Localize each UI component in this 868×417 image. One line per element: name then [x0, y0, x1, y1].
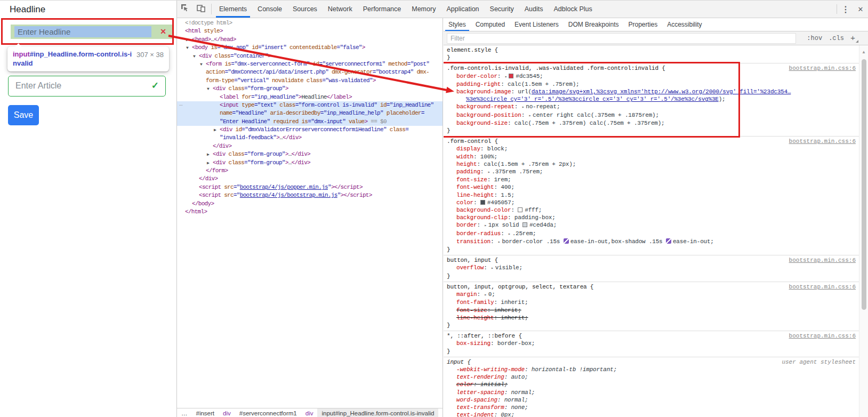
css-property-line[interactable]: height: calc(1.5em + .75rem + 2px); — [444, 161, 859, 168]
bezier-curve-icon[interactable] — [666, 238, 671, 244]
sidebar-tab-event-listeners[interactable]: Event Listeners — [510, 18, 564, 31]
expand-value-icon[interactable]: ▸ — [484, 292, 488, 297]
scrollbar-thumb[interactable] — [862, 59, 866, 310]
css-property-line[interactable]: -webkit-writing-mode: horizontal-tb !imp… — [444, 366, 859, 373]
dom-tree-node[interactable]: ▼<div class="form-group"> — [177, 85, 443, 93]
resource-link[interactable]: bootstrap/4/js/popper.min.js — [240, 184, 328, 190]
css-property-line[interactable]: line-height: 1.5; — [444, 191, 859, 199]
expand-value-icon[interactable]: ▸ — [504, 74, 509, 79]
css-selector[interactable]: *, ::after, ::before { — [447, 332, 522, 340]
data-uri-link[interactable]: data:image/svg+xml,%3csvg xmlns='http://… — [532, 89, 791, 95]
breadcrumb-[interactable]: … — [177, 408, 192, 417]
toggle-device-toolbar-button[interactable] — [193, 1, 209, 18]
dom-tree-node[interactable]: ▶<div id="dmxValidatorErrorserverconnect… — [177, 126, 443, 134]
dom-tree-node[interactable]: …<input type="text" class="form-control … — [177, 101, 443, 109]
css-selector[interactable]: element.style { — [447, 46, 498, 54]
sidebar-tab-computed[interactable]: Computed — [471, 18, 510, 31]
css-property-line[interactable]: line-height: inherit; — [444, 314, 859, 322]
css-property-line[interactable]: box-sizing: border-box; — [444, 340, 859, 347]
css-property-line[interactable]: font-size: inherit; — [444, 307, 859, 314]
color-swatch[interactable] — [480, 200, 485, 205]
article-input[interactable]: Enter Article ✓ — [8, 76, 166, 97]
tab-memory[interactable]: Memory — [406, 1, 441, 18]
tab-sources[interactable]: Sources — [287, 1, 323, 18]
breadcrumb-input-inp-headline-form-control-is-invalid[interactable]: input#inp_Headline.form-control.is-inval… — [317, 408, 438, 417]
css-selector[interactable]: input { — [447, 358, 471, 366]
collapse-arrow-icon[interactable]: ▼ — [186, 44, 192, 52]
css-property-line[interactable]: color: #495057; — [444, 199, 859, 206]
css-property-line[interactable]: text-transform: none; — [444, 404, 859, 411]
css-property-line[interactable]: font-family: inherit; — [444, 299, 859, 306]
expand-arrow-icon[interactable]: ▶ — [214, 126, 220, 134]
new-style-rule-button[interactable]: + — [850, 34, 855, 43]
collapse-arrow-icon[interactable]: ▼ — [193, 52, 199, 60]
css-property-line[interactable]: %3e%3ccircle cy='3' r='.5'/%3e%3ccircle … — [444, 95, 859, 103]
css-property-line[interactable]: border: ▸1px solid #ced4da; — [444, 221, 859, 229]
breadcrumb-serverconnectform1[interactable]: #serverconnectform1 — [235, 408, 301, 417]
tab-network[interactable]: Network — [323, 1, 358, 18]
css-property-line[interactable]: letter-spacing: normal; — [444, 389, 859, 396]
css-property-line[interactable]: word-spacing: normal; — [444, 396, 859, 404]
css-property-line[interactable]: background-clip: padding-box; — [444, 214, 859, 221]
css-selector[interactable]: button, input { — [447, 256, 498, 264]
dom-tree-node[interactable]: ▶<head>…</head> — [177, 36, 443, 44]
expand-arrow-icon[interactable]: ▶ — [207, 150, 213, 158]
css-property-line[interactable]: background-size: calc(.75em + .375rem) c… — [444, 119, 859, 127]
expand-value-icon[interactable]: ▸ — [484, 223, 488, 228]
more-options-button[interactable]: ⋮ — [838, 1, 853, 18]
expand-value-icon[interactable]: ▸ — [528, 113, 533, 118]
tab-application[interactable]: Application — [441, 1, 484, 18]
dom-tree-node[interactable]: "Enter Headline" required is="dmx-input"… — [177, 118, 443, 126]
dom-tree-node[interactable]: <html style> — [177, 27, 443, 35]
css-property-line[interactable]: transition: ▸border-color .15s ease-in-o… — [444, 238, 859, 246]
css-selector[interactable]: button, input, optgroup, select, textare… — [447, 283, 593, 291]
expand-arrow-icon[interactable]: ▶ — [186, 36, 192, 44]
dom-tree-node[interactable]: ▼<form is="dmx-serverconnect-form" id="s… — [177, 60, 443, 68]
stylesheet-link[interactable]: bootstrap.min.css:6 — [789, 256, 859, 264]
css-property-line[interactable]: color: initial; — [444, 381, 859, 388]
stylesheet-link[interactable]: bootstrap.min.css:6 — [789, 138, 859, 145]
css-selector[interactable]: .form-control { — [447, 138, 498, 145]
inspect-element-button[interactable] — [177, 1, 193, 18]
dom-tree-node[interactable]: ▼<div class="container"> — [177, 52, 443, 60]
css-property-line[interactable]: text-rendering: auto; — [444, 373, 859, 381]
breadcrumb-div[interactable]: div — [219, 408, 235, 417]
expand-value-icon[interactable]: ▸ — [521, 105, 526, 109]
color-swatch[interactable] — [509, 74, 513, 78]
dom-tree-node[interactable]: <!doctype html> — [177, 19, 443, 27]
collapse-arrow-icon[interactable]: ▼ — [207, 85, 213, 93]
dom-tree-node[interactable]: ▶<div class="form-group">…</div> — [177, 159, 443, 167]
breadcrumb-div[interactable]: div — [301, 408, 318, 417]
resource-link[interactable]: bootstrap/4/js/bootstrap.min.js — [240, 192, 337, 198]
css-property-line[interactable]: font-weight: 400; — [444, 183, 859, 191]
bezier-curve-icon[interactable] — [564, 238, 569, 244]
css-property-line[interactable]: background-position: ▸center right calc(… — [444, 111, 859, 119]
css-property-line[interactable]: text-indent: 0px; — [444, 411, 859, 417]
styles-filter-input[interactable]: Filter — [447, 33, 796, 44]
toggle-element-state-button[interactable]: :hov — [807, 35, 822, 42]
dom-tree-node[interactable]: </div> — [177, 142, 443, 150]
css-selector[interactable]: .form-control.is-invalid, .was-validated… — [447, 65, 665, 72]
dom-tree-node[interactable]: name="Headline" aria-describedby="inp_He… — [177, 109, 443, 117]
color-swatch[interactable] — [523, 222, 527, 227]
css-property-line[interactable]: overflow: ▸visible; — [444, 264, 859, 272]
element-classes-button[interactable]: .cls — [829, 35, 844, 42]
stylesheet-link[interactable]: bootstrap.min.css:6 — [789, 332, 859, 340]
css-property-line[interactable]: border-color: ▸#dc3545; — [444, 73, 859, 81]
scrollbar-up-arrow[interactable]: ▲ — [862, 50, 866, 54]
css-property-line[interactable]: background-repeat: ▸no-repeat; — [444, 103, 859, 111]
tab-adblock-plus[interactable]: Adblock Plus — [548, 1, 597, 18]
css-property-line[interactable]: padding-right: calc(1.5em + .75rem); — [444, 81, 859, 88]
dom-tree-node[interactable]: action="dmxConnect/api/data/insert.php" … — [177, 68, 443, 76]
dom-tree-node[interactable]: form-type="vertical" novalidate class="w… — [177, 77, 443, 85]
tab-console[interactable]: Console — [252, 1, 287, 18]
css-property-line[interactable]: padding: ▸.375rem .75rem; — [444, 168, 859, 176]
css-property-line[interactable]: border-radius: ▸.25rem; — [444, 230, 859, 238]
css-property-line[interactable]: display: block; — [444, 145, 859, 153]
breadcrumb-insert[interactable]: #insert — [192, 408, 219, 417]
save-button[interactable]: Save — [8, 105, 39, 125]
tab-elements[interactable]: Elements — [214, 1, 252, 18]
tab-security[interactable]: Security — [485, 1, 519, 18]
color-swatch[interactable] — [518, 207, 523, 212]
dom-tree-node[interactable]: <script src="bootstrap/4/js/popper.min.j… — [177, 183, 443, 191]
